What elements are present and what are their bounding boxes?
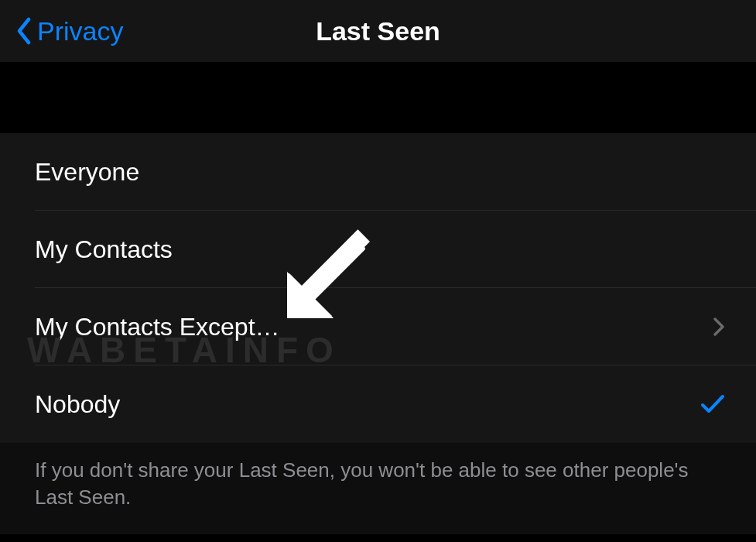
option-label: Everyone [35,158,139,187]
option-my-contacts[interactable]: My Contacts [0,211,756,288]
chevron-right-icon [713,317,725,337]
option-label: My Contacts Except… [35,313,280,341]
options-list: Everyone My Contacts My Contacts Except…… [0,133,756,443]
option-nobody[interactable]: Nobody [0,365,756,443]
chevron-left-icon [15,17,32,45]
footer-note: If you don't share your Last Seen, you w… [0,443,756,534]
header-spacer [0,62,756,133]
option-everyone[interactable]: Everyone [0,133,756,211]
option-label: Nobody [35,390,120,419]
back-label: Privacy [37,16,123,46]
option-my-contacts-except[interactable]: My Contacts Except… [0,288,756,365]
back-button[interactable]: Privacy [15,16,123,46]
option-label: My Contacts [35,235,173,264]
checkmark-icon [700,393,725,415]
navigation-bar: Privacy Last Seen [0,0,756,62]
